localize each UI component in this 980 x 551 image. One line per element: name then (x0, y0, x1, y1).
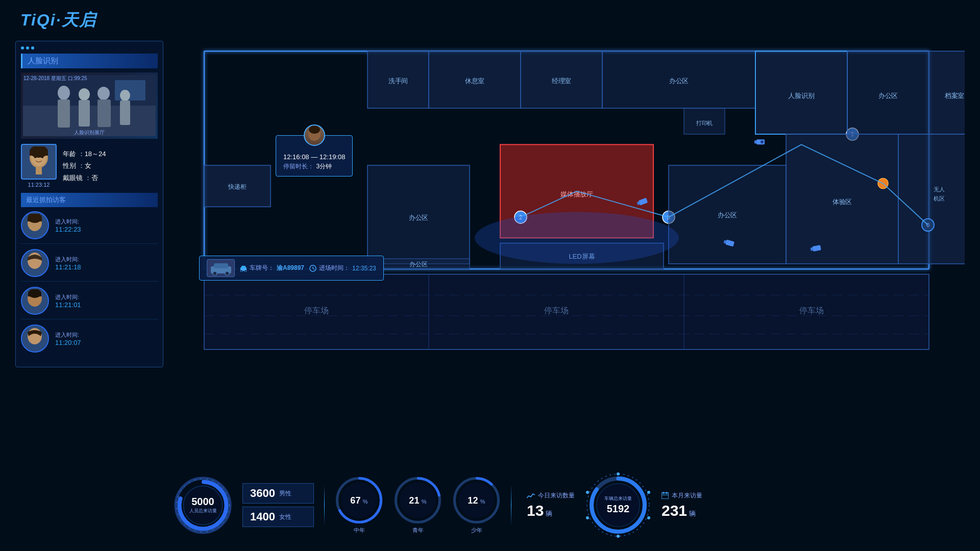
visitor-time-4: 11:20:07 (55, 339, 81, 346)
female-stat: 1400 女性 (242, 507, 314, 527)
total-visitors-gauge: 5000 人员总来访量 (174, 476, 232, 535)
visitor-info-3: 进入时间: 11:21:01 (55, 293, 81, 309)
svg-rect-126 (662, 493, 669, 499)
svg-text:洗手间: 洗手间 (388, 77, 408, 85)
svg-text:停车场: 停车场 (544, 306, 569, 315)
svg-point-93 (225, 271, 229, 276)
svg-text:办公区: 办公区 (409, 261, 428, 268)
car-plate-value: 渝A89897 (277, 264, 304, 272)
person-gender-row: 性别 ：女 (63, 160, 106, 171)
camera-scene (23, 75, 156, 136)
age-label: 年龄 (63, 150, 76, 158)
svg-point-121 (647, 491, 650, 494)
face-recognition-title: 人脸识别 (21, 54, 158, 68)
age-gauge-youth: 21 % 青年 (394, 476, 442, 534)
month-vehicles: 本月来访量 231 辆 (662, 491, 702, 519)
face-icon (23, 146, 54, 177)
female-label: 女性 (279, 513, 291, 521)
app-logo: TiQi·天启 (20, 9, 96, 32)
age-gauge-children: 12 % 少年 (452, 476, 501, 534)
floorplan-svg: 洗手间 休息室 经理室 办公区 打印机 人脸识别 1 办公区 档案室 快递柜 办… (174, 41, 965, 352)
visitor-face-1 (23, 214, 46, 237)
visitor-item-1: 进入时间: 11:22:23 (21, 211, 158, 244)
logo-text: TiQi·天启 (20, 11, 96, 29)
svg-text:无人: 无人 (934, 186, 945, 192)
visitor-info-1: 进入时间: 11:22:23 (55, 218, 81, 233)
camera-label: 人脸识别展厅 (74, 129, 105, 136)
visitor-time-label-2: 进入时间: (55, 256, 81, 263)
svg-point-124 (586, 516, 589, 519)
middle-age-value: 67 % (350, 495, 368, 506)
tooltip-avatar (304, 124, 325, 146)
today-vehicles-count: 13 辆 (527, 502, 552, 519)
visitor-avatar-2 (21, 249, 49, 277)
visitor-time-label-3: 进入时间: (55, 293, 81, 301)
car-entry-value: 12:35:23 (352, 265, 376, 272)
svg-point-92 (213, 271, 217, 276)
person-time: 11:23:12 (21, 182, 57, 188)
svg-point-122 (647, 516, 650, 519)
svg-point-125 (586, 491, 589, 494)
today-vehicles: 今日来访数量 13 辆 (527, 491, 575, 519)
tooltip-time-range: 12:16:08 — 12:19:08 (283, 152, 345, 161)
visitor-face-4 (23, 327, 46, 350)
svg-point-96 (240, 270, 242, 272)
svg-text:打印机: 打印机 (696, 120, 713, 126)
male-stat: 3600 男性 (242, 483, 314, 504)
month-vehicles-title-row: 本月来访量 (662, 491, 702, 500)
svg-point-97 (244, 270, 247, 272)
svg-rect-6 (79, 100, 90, 127)
dot-2 (26, 46, 29, 49)
gauge-middle-age: 67 % (335, 476, 383, 524)
svg-rect-10 (120, 101, 130, 125)
camera-feed: 12-28-2018 星期五 口:99:25 人脸识别展厅 (21, 72, 158, 139)
tooltip-face-icon (305, 126, 324, 145)
dot-3 (31, 46, 34, 49)
visitor-avatar-3 (21, 287, 49, 315)
male-label: 男性 (279, 489, 291, 498)
person-avatar (21, 144, 57, 180)
youth-label: 青年 (412, 527, 424, 534)
svg-rect-2 (115, 80, 145, 101)
car-entry-label: 进场时间： (319, 264, 350, 272)
svg-rect-8 (97, 99, 111, 127)
today-vehicles-title-row: 今日来访数量 (527, 491, 575, 500)
svg-point-9 (120, 90, 130, 101)
svg-rect-20 (28, 218, 42, 221)
svg-text:机区: 机区 (934, 195, 945, 202)
person-age-row: 年龄 ：18～24 (63, 148, 106, 160)
glasses-label: 戴眼镜 (63, 174, 83, 182)
svg-rect-91 (214, 263, 228, 268)
calendar-icon (662, 492, 669, 499)
gauge-youth: 21 % (394, 476, 442, 524)
visitor-time-label-4: 进入时间: (55, 331, 81, 339)
car-small-icon (240, 265, 247, 272)
svg-point-123 (617, 535, 620, 538)
visitor-time-label-1: 进入时间: (55, 218, 81, 226)
today-count-value: 13 (527, 502, 544, 519)
female-number: 1400 (250, 510, 275, 523)
vehicles-gauge-value: 车辆总来访量 5192 (604, 495, 632, 515)
visitor-item-4: 进入时间: 11:20:07 (21, 324, 158, 357)
visitor-avatar-1 (21, 211, 49, 239)
vehicles-gauge: 车辆总来访量 5192 (585, 472, 651, 538)
age-gauge-middle: 67 % 中年 (335, 476, 383, 534)
glasses-value: 否 (91, 174, 98, 182)
month-vehicles-label: 本月来访量 (672, 491, 702, 500)
visitor-list: 进入时间: 11:22:23 进入时间: 11:21:18 (21, 211, 158, 357)
middle-age-label: 中年 (354, 527, 365, 534)
main-map: 洗手间 休息室 经理室 办公区 打印机 人脸识别 1 办公区 档案室 快递柜 办… (174, 41, 965, 352)
visitor-avatar-4 (21, 324, 49, 353)
svg-point-89 (309, 126, 320, 134)
svg-text:办公区: 办公区 (409, 214, 429, 221)
svg-text:办公区: 办公区 (718, 211, 738, 219)
svg-text:经理室: 经理室 (552, 77, 572, 85)
gender-value: 女 (85, 162, 91, 169)
svg-line-100 (313, 268, 314, 269)
gauge-total-value: 5000 人员总来访量 (189, 496, 217, 514)
car-popup: 车牌号： 渝A89897 进场时间： 12:35:23 (199, 256, 384, 281)
camera-timestamp: 12-28-2018 星期五 口:99:25 (23, 75, 87, 82)
visitor-item-3: 进入时间: 11:21:01 (21, 287, 158, 319)
svg-point-69 (475, 212, 679, 264)
svg-point-7 (97, 87, 110, 100)
